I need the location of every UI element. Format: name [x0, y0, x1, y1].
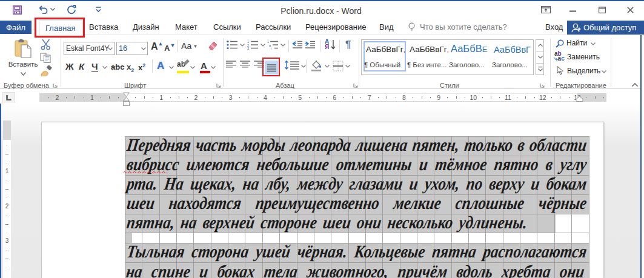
- svg-text:i: i: [271, 47, 271, 50]
- svg-text:3: 3: [247, 47, 249, 50]
